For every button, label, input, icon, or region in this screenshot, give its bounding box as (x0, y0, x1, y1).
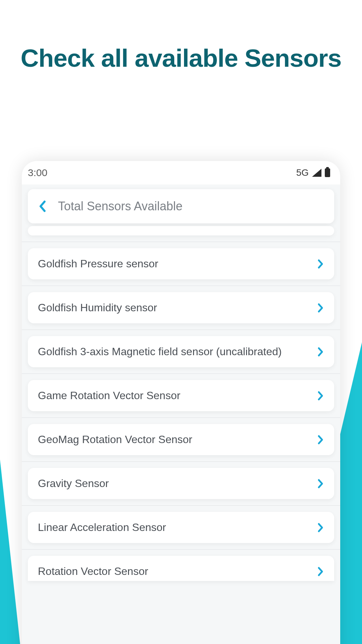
sensor-item-magnetic[interactable]: Goldfish 3-axis Magnetic field sensor (u… (28, 336, 334, 367)
status-indicators: 5G (296, 167, 330, 178)
sensor-label: Rotation Vector Sensor (38, 565, 148, 578)
sensor-label: Game Rotation Vector Sensor (38, 389, 180, 402)
chevron-right-icon (317, 567, 324, 577)
sensor-item-humidity[interactable]: Goldfish Humidity sensor (28, 292, 334, 323)
back-button[interactable] (36, 200, 49, 213)
chevron-right-icon (317, 523, 324, 533)
app-header-title: Total Sensors Available (58, 199, 183, 213)
sensor-item-gravity[interactable]: Gravity Sensor (28, 468, 334, 499)
chevron-right-icon (317, 303, 324, 313)
chevron-right-icon (317, 391, 324, 401)
sensor-label: Goldfish Pressure sensor (38, 258, 158, 270)
chevron-right-icon (317, 479, 324, 489)
sensor-item-pressure[interactable]: Goldfish Pressure sensor (28, 248, 334, 279)
sensor-list: Goldfish Pressure sensor Goldfish Humidi… (28, 241, 334, 587)
sensor-item-rotation-vector[interactable]: Rotation Vector Sensor (28, 556, 334, 581)
signal-icon (312, 169, 321, 177)
phone-frame: 3:00 5G Total Sensors Available Goldf (22, 161, 340, 644)
chevron-right-icon (317, 259, 324, 269)
sensor-label: Linear Acceleration Sensor (38, 521, 166, 534)
chevron-left-icon (39, 200, 46, 212)
chevron-right-icon (317, 347, 324, 357)
sensor-label: GeoMag Rotation Vector Sensor (38, 433, 192, 446)
app-content: Total Sensors Available Goldfish Pressur… (22, 184, 340, 592)
sensor-label: Goldfish 3-axis Magnetic field sensor (u… (38, 345, 282, 358)
sensor-item-game-rotation[interactable]: Game Rotation Vector Sensor (28, 380, 334, 411)
sensor-item-partial-top (28, 226, 334, 235)
page-title: Check all available Sensors (0, 0, 362, 72)
decorative-triangle (0, 460, 20, 644)
sensor-label: Goldfish Humidity sensor (38, 302, 157, 314)
sensor-item-geomag-rotation[interactable]: GeoMag Rotation Vector Sensor (28, 424, 334, 455)
battery-icon (325, 168, 330, 177)
sensor-item-linear-acceleration[interactable]: Linear Acceleration Sensor (28, 512, 334, 543)
sensor-label: Gravity Sensor (38, 477, 109, 490)
status-time: 3:00 (28, 167, 47, 178)
chevron-right-icon (317, 435, 324, 445)
app-header: Total Sensors Available (28, 189, 334, 223)
network-label: 5G (296, 167, 309, 178)
status-bar: 3:00 5G (22, 161, 340, 184)
